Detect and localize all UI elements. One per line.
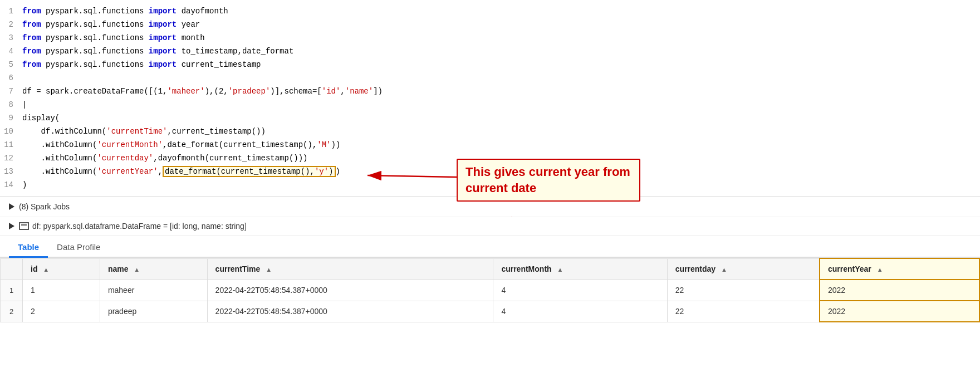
annotation-box: This gives current year from current dat… xyxy=(457,159,640,202)
line-num-5: 5 xyxy=(0,58,22,71)
code-line-8: 8 | xyxy=(0,98,980,111)
table-row: 2 2 pradeep 2022-04-22T05:48:54.387+0000… xyxy=(1,301,980,322)
row-1-currenttime: 2022-04-22T05:48:54.387+0000 xyxy=(207,280,493,301)
code-content-7[interactable]: df = spark.createDataFrame([(1,'maheer')… xyxy=(22,85,980,98)
col-header-currentmonth[interactable]: currentMonth ▲ xyxy=(493,258,667,280)
row-1-id: 1 xyxy=(23,280,100,301)
code-line-6: 6 xyxy=(0,71,980,85)
line-num-2: 2 xyxy=(0,18,22,31)
line-num-6: 6 xyxy=(0,71,22,85)
line-num-11: 11 xyxy=(0,138,22,151)
row-1-currentyear: 2022 xyxy=(820,280,979,301)
sort-icon-currentday: ▲ xyxy=(721,266,727,273)
line-num-1: 1 xyxy=(0,4,22,18)
line-num-13: 13 xyxy=(0,165,22,178)
tabs-bar: Table Data Profile xyxy=(0,238,980,258)
line-num-3: 3 xyxy=(0,31,22,45)
line-num-12: 12 xyxy=(0,151,22,165)
code-line-5: 5 from pyspark.sql.functions import curr… xyxy=(0,58,980,71)
table-row: 1 1 maheer 2022-04-22T05:48:54.387+0000 … xyxy=(1,280,980,301)
tab-data-profile[interactable]: Data Profile xyxy=(48,238,109,258)
line-num-7: 7 xyxy=(0,85,22,98)
col-header-name[interactable]: name ▲ xyxy=(100,258,207,280)
code-content-9[interactable]: display( xyxy=(22,111,980,125)
tab-table[interactable]: Table xyxy=(9,238,48,258)
row-2-id: 2 xyxy=(23,301,100,322)
col-header-currentyear[interactable]: currentYear ▲ xyxy=(820,258,979,280)
code-line-11: 11 .withColumn('currentMonth',date_forma… xyxy=(0,138,980,151)
table-header-row: id ▲ name ▲ currentTime ▲ currentMonth ▲… xyxy=(1,258,980,280)
line-num-4: 4 xyxy=(0,45,22,58)
df-table-icon xyxy=(19,222,29,230)
row-1-currentday: 22 xyxy=(667,280,820,301)
df-info-label: df: pyspark.sql.dataframe.DataFrame = [i… xyxy=(32,222,247,231)
row-2-currentmonth: 4 xyxy=(493,301,667,322)
sort-icon-currentmonth: ▲ xyxy=(557,266,563,273)
code-line-1: 1 from pyspark.sql.functions import dayo… xyxy=(0,4,980,18)
code-line-2: 2 from pyspark.sql.functions import year xyxy=(0,18,980,31)
row-1-currentmonth: 4 xyxy=(493,280,667,301)
data-table-wrapper: id ▲ name ▲ currentTime ▲ currentMonth ▲… xyxy=(0,258,980,322)
code-line-9: 9 display( xyxy=(0,111,980,125)
col-header-currentday[interactable]: currentday ▲ xyxy=(667,258,820,280)
sort-icon-id: ▲ xyxy=(43,266,49,273)
code-line-4: 4 from pyspark.sql.functions import to_t… xyxy=(0,45,980,58)
col-header-rownum xyxy=(1,258,23,280)
line-num-8: 8 xyxy=(0,98,22,111)
line-num-14: 14 xyxy=(0,178,22,192)
annotation-text: This gives current year from current dat… xyxy=(465,165,630,195)
row-2-currentday: 22 xyxy=(667,301,820,322)
code-editor: 1 from pyspark.sql.functions import dayo… xyxy=(0,0,980,197)
spark-jobs-expand-icon[interactable] xyxy=(9,203,14,210)
df-info-row[interactable]: df: pyspark.sql.dataframe.DataFrame = [i… xyxy=(0,217,980,236)
code-content-1[interactable]: from pyspark.sql.functions import dayofm… xyxy=(22,4,980,18)
main-container: 1 from pyspark.sql.functions import dayo… xyxy=(0,0,980,392)
line-num-10: 10 xyxy=(0,125,22,138)
sort-icon-currenttime: ▲ xyxy=(266,266,272,273)
line-num-9: 9 xyxy=(0,111,22,125)
code-line-7: 7 df = spark.createDataFrame([(1,'maheer… xyxy=(0,85,980,98)
row-1-name: maheer xyxy=(100,280,207,301)
bottom-section: (8) Spark Jobs df: pyspark.sql.dataframe… xyxy=(0,197,980,322)
row-2-currentyear: 2022 xyxy=(820,301,979,322)
sort-icon-currentyear: ▲ xyxy=(877,266,883,273)
data-table: id ▲ name ▲ currentTime ▲ currentMonth ▲… xyxy=(0,258,980,322)
code-content-8[interactable]: | xyxy=(22,98,980,111)
col-header-currenttime[interactable]: currentTime ▲ xyxy=(207,258,493,280)
row-1-num: 1 xyxy=(1,280,23,301)
code-content-4[interactable]: from pyspark.sql.functions import to_tim… xyxy=(22,45,980,58)
sort-icon-name: ▲ xyxy=(134,266,140,273)
spark-jobs-label: (8) Spark Jobs xyxy=(19,202,70,211)
code-content-6 xyxy=(22,71,980,85)
code-content-10[interactable]: df.withColumn('currentTime',current_time… xyxy=(22,125,980,138)
row-2-num: 2 xyxy=(1,301,23,322)
code-content-5[interactable]: from pyspark.sql.functions import curren… xyxy=(22,58,980,71)
code-content-3[interactable]: from pyspark.sql.functions import month xyxy=(22,31,980,45)
df-expand-icon[interactable] xyxy=(9,223,14,229)
code-content-2[interactable]: from pyspark.sql.functions import year xyxy=(22,18,980,31)
row-2-currenttime: 2022-04-22T05:48:54.387+0000 xyxy=(207,301,493,322)
row-2-name: pradeep xyxy=(100,301,207,322)
code-line-10: 10 df.withColumn('currentTime',current_t… xyxy=(0,125,980,138)
code-line-3: 3 from pyspark.sql.functions import mont… xyxy=(0,31,980,45)
col-header-id[interactable]: id ▲ xyxy=(23,258,100,280)
code-content-11[interactable]: .withColumn('currentMonth',date_format(c… xyxy=(22,138,980,151)
